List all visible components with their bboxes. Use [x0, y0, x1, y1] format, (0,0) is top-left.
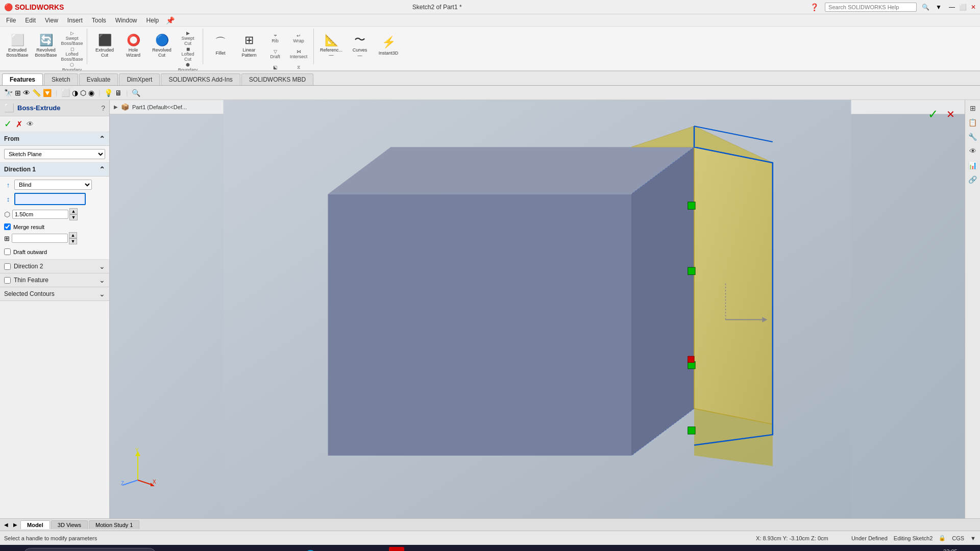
cancel-button[interactable]: ✗ — [16, 119, 22, 129]
view-icon-3[interactable]: ⬡ — [80, 89, 86, 97]
intersect-button[interactable]: ⋈ Intersect — [288, 46, 309, 62]
taskbar-firefox[interactable]: 🦊 — [233, 547, 249, 551]
taskbar-app2[interactable]: ▶ — [354, 547, 371, 551]
grid-icon[interactable]: ⊞ — [15, 89, 21, 97]
close-button[interactable]: ✕ — [971, 4, 976, 11]
view-icon-2[interactable]: ◑ — [72, 89, 78, 97]
depth-increment-button[interactable]: ▲ — [69, 208, 78, 214]
reference-geometry-button[interactable]: 📐 Referenc...— — [318, 29, 345, 63]
dropdown-arrow[interactable]: ▼ — [935, 3, 943, 12]
taskbar-edge[interactable]: e — [181, 547, 197, 551]
bottom-tab-prev[interactable]: ◀ — [2, 521, 10, 529]
from-section-header[interactable]: From — [0, 132, 109, 146]
taskbar-app1[interactable]: ⬡ — [320, 547, 336, 551]
lighting-icon[interactable]: 💡 — [104, 89, 113, 97]
filter-icon[interactable]: 🔽 — [43, 89, 52, 97]
taskbar-wolfram[interactable]: 🐺 — [285, 547, 301, 551]
taskbar-chrome[interactable]: 🌐 — [302, 547, 318, 551]
tab-sketch[interactable]: Sketch — [44, 73, 78, 85]
rib-button[interactable]: ⫧ Rib — [264, 31, 286, 46]
menu-tools[interactable]: Tools — [88, 16, 110, 25]
menu-view[interactable]: View — [41, 16, 62, 25]
view-icon-4[interactable]: ◉ — [88, 89, 94, 97]
menu-insert[interactable]: Insert — [63, 16, 87, 25]
confirm-button[interactable]: ✓ — [4, 118, 12, 130]
boundary-boss-button[interactable]: ⬡ Boundary Boss/Base — [61, 62, 83, 71]
menu-help[interactable]: Help — [142, 16, 163, 25]
restore-button[interactable]: ⬜ — [959, 4, 967, 11]
swept-boss-button[interactable]: ▷ Swept Boss/Base — [61, 31, 83, 46]
tab-dimxpert[interactable]: DimXpert — [119, 73, 160, 85]
display-icon[interactable]: 🖥 — [115, 89, 122, 97]
layer-increment-button[interactable]: ▲ — [69, 232, 77, 238]
hide-icon[interactable]: 👁 — [23, 89, 30, 97]
draft-outward-checkbox[interactable] — [4, 248, 11, 255]
selected-contours-section-header[interactable]: Selected Contours — [0, 287, 109, 301]
direction1-depth-field[interactable] — [14, 193, 86, 205]
menu-edit[interactable]: Edit — [21, 16, 40, 25]
search-button[interactable]: 🔍 — [919, 3, 933, 12]
taskbar-netflix[interactable]: N — [250, 547, 266, 551]
right-btn-6[interactable]: 🔗 — [967, 173, 979, 186]
task-view-button[interactable]: ⧉ — [159, 547, 176, 551]
help-icon[interactable]: ❓ — [810, 3, 819, 11]
right-btn-3[interactable]: 🔧 — [967, 131, 979, 143]
depth-decrement-button[interactable]: ▼ — [69, 214, 78, 220]
taskbar-app3[interactable]: S — [372, 547, 388, 551]
bottom-tab-model[interactable]: Model — [20, 520, 50, 529]
shell-button[interactable]: ⬕ Shell — [264, 62, 286, 71]
taskbar-clock[interactable]: 23:05 06-02-2018 — [936, 548, 965, 551]
layer-decrement-button[interactable]: ▼ — [69, 238, 77, 244]
menu-window[interactable]: Window — [111, 16, 141, 25]
revolved-boss-button[interactable]: 🔄 RevolvedBoss/Base — [33, 29, 59, 63]
from-dropdown[interactable]: Sketch Plane Surface/Face/Plane Vertex O… — [4, 149, 105, 159]
taskbar-photos[interactable]: 🖼 — [405, 547, 422, 551]
lofted-boss-button[interactable]: ◻ Lofted Boss/Base — [61, 46, 83, 62]
extruded-boss-button[interactable]: ⬜ ExtrudedBoss/Base — [4, 29, 31, 63]
bottom-tab-next[interactable]: ▶ — [11, 521, 19, 529]
taskbar-search[interactable]: 🔍 Type here to search 🎤 — [23, 548, 156, 551]
tab-features[interactable]: Features — [2, 73, 43, 85]
direction1-flip-icon[interactable]: ↕ — [4, 195, 12, 203]
view-icon-1[interactable]: ⬜ — [61, 89, 70, 97]
direction2-section-header[interactable]: Direction 2 — [0, 260, 109, 273]
minimize-button[interactable]: — — [949, 4, 955, 11]
thin-feature-checkbox[interactable] — [4, 277, 11, 284]
orient-icon[interactable]: 🔭 — [4, 89, 13, 97]
tab-mbd[interactable]: SOLIDWORKS MBD — [241, 73, 313, 85]
zoom-icon[interactable]: 🔍 — [132, 89, 140, 97]
direction1-type-dropdown[interactable]: Blind Through All Through All - Both Up … — [14, 180, 92, 190]
hole-wizard-button[interactable]: ⭕ HoleWizard — [120, 29, 146, 63]
tab-evaluate[interactable]: Evaluate — [79, 73, 118, 85]
boundary-cut-button[interactable]: ⬢ Boundary Cut — [177, 62, 199, 71]
curves-button[interactable]: 〜 Curves— — [347, 29, 373, 63]
swept-cut-button[interactable]: ▶ Swept Cut — [177, 31, 199, 46]
taskbar-solidworks[interactable]: SW — [389, 547, 404, 551]
instant3d-button[interactable]: ⚡ Instant3D — [375, 29, 402, 63]
right-btn-2[interactable]: 📋 — [967, 116, 979, 129]
revolved-cut-button[interactable]: 🔵 RevolvedCut — [149, 29, 175, 63]
menu-file[interactable]: File — [2, 16, 20, 25]
thin-feature-section-header[interactable]: Thin Feature — [0, 273, 109, 287]
wrap-button[interactable]: ↩ Wrap — [288, 31, 309, 46]
start-button[interactable]: ⊞ — [4, 547, 20, 551]
lofted-cut-button[interactable]: ◼ Lofted Cut — [177, 46, 199, 62]
taskbar-store[interactable]: 🛍 — [215, 547, 232, 551]
bottom-tab-3dviews[interactable]: 3D Views — [51, 520, 88, 529]
tab-addins[interactable]: SOLIDWORKS Add-Ins — [161, 73, 240, 85]
depth-value-input[interactable] — [12, 210, 68, 219]
preview-button[interactable]: 👁 — [27, 120, 34, 128]
bottom-tab-motionstudy[interactable]: Motion Study 1 — [89, 520, 139, 529]
right-btn-5[interactable]: 📊 — [967, 159, 979, 171]
fillet-button[interactable]: ⌒ Fillet — [207, 29, 234, 63]
mirror-button[interactable]: ⧖ Mirror — [288, 62, 309, 71]
measure-icon[interactable]: 📏 — [32, 89, 41, 97]
taskbar-matlab[interactable]: M — [337, 547, 353, 551]
taskbar-mail[interactable]: ✉ — [267, 547, 284, 551]
draft-button[interactable]: ▽ Draft — [264, 46, 286, 62]
menu-pin[interactable]: 📌 — [166, 16, 175, 24]
search-input[interactable] — [825, 3, 917, 12]
direction2-checkbox[interactable] — [4, 263, 11, 270]
taskbar-explorer[interactable]: 📁 — [198, 547, 214, 551]
right-btn-1[interactable]: ⊞ — [967, 102, 979, 114]
